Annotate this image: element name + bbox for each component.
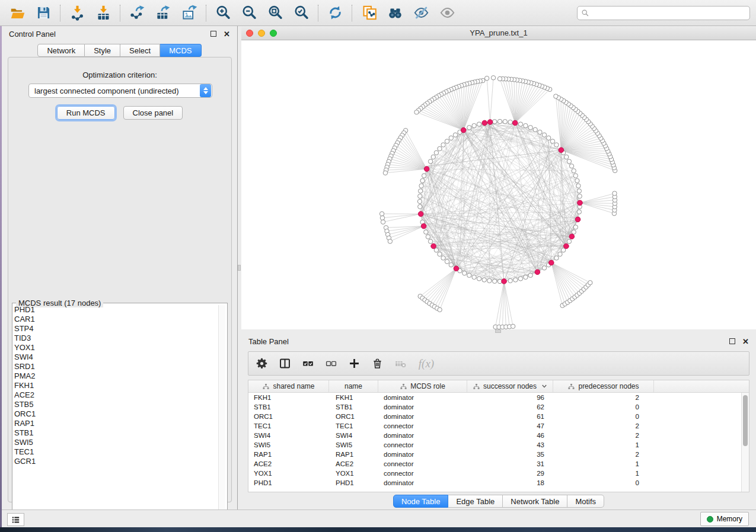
graph-mcds-node[interactable] [564,243,569,249]
graph-ring-node[interactable] [445,139,449,143]
table-cell[interactable]: connector [378,421,467,431]
graph-ring-node[interactable] [533,127,537,132]
table-cell[interactable]: 0 [553,402,646,412]
graph-ring-node[interactable] [528,273,532,277]
table-row[interactable]: ACE2ACE2connector311 [248,459,741,469]
table-cell[interactable]: 2 [553,431,646,440]
table-body[interactable]: FKH1FKH1dominator962STB1STB1dominator620… [248,393,741,492]
graph-ring-node[interactable] [538,130,542,134]
graph-ring-node[interactable] [573,174,578,178]
memory-button[interactable]: Memory [700,512,749,526]
float-panel-icon[interactable] [210,31,216,37]
table-cell[interactable]: FKH1 [248,393,329,402]
graph-ring-node[interactable] [508,120,512,124]
network-window-titlebar[interactable]: YPA_prune.txt_1 [241,26,756,40]
export-network-button[interactable] [126,3,148,23]
table-cell[interactable]: connector [378,459,467,469]
column-header-MCDS-role[interactable]: MCDS role [378,380,467,392]
graph-leaf-node[interactable] [388,239,392,243]
graph-ring-node[interactable] [542,266,546,270]
table-row[interactable]: PHD1PHD1dominator180 [248,478,741,488]
graph-ring-node[interactable] [558,252,562,256]
table-cell[interactable]: connector [378,469,467,478]
table-cell[interactable]: 1 [553,469,646,478]
network-graph[interactable] [241,40,756,329]
graph-ring-node[interactable] [472,275,476,279]
mcds-result-item[interactable]: SWI5 [14,438,218,447]
table-cell[interactable]: ACE2 [329,459,378,469]
tab-network[interactable]: Network [37,44,85,57]
graph-ring-node[interactable] [554,143,559,147]
graph-ring-node[interactable] [492,120,496,124]
graph-mcds-node[interactable] [548,260,554,265]
add-row-button[interactable] [347,357,361,371]
tab-network-table[interactable]: Network Table [503,495,567,508]
tab-node-table[interactable]: Node Table [393,495,449,508]
table-cell[interactable]: SWI4 [329,431,378,440]
table-row[interactable]: RAP1RAP1dominator352 [248,450,741,459]
graph-ring-node[interactable] [518,122,522,126]
table-cell[interactable]: 0 [553,412,646,421]
graph-mcds-node[interactable] [578,200,583,206]
delete-row-button[interactable] [370,357,384,371]
graph-ring-node[interactable] [577,210,581,214]
graph-leaf-node[interactable] [438,307,442,312]
table-row[interactable]: STB1STB1dominator620 [248,402,741,412]
graph-ring-node[interactable] [449,136,453,140]
scrollbar-thumb[interactable] [743,395,748,446]
mcds-result-item[interactable]: RAP1 [14,419,218,428]
table-cell[interactable]: ACE2 [248,459,329,469]
table-cell[interactable]: RAP1 [329,450,378,459]
open-folder-button[interactable] [6,3,28,23]
export-table-button[interactable] [152,3,174,23]
table-cell[interactable]: dominator [378,478,467,488]
column-header-name[interactable]: name [329,380,378,392]
mcds-result-item[interactable]: PHD1 [14,305,218,315]
column-header-successor-nodes[interactable]: successor nodes [467,380,553,392]
table-cell[interactable]: 61 [467,412,553,421]
table-cell[interactable]: dominator [378,431,467,440]
table-cell[interactable]: 0 [553,478,646,488]
close-panel-icon[interactable]: ✕ [742,338,749,345]
graph-ring-node[interactable] [508,278,512,283]
refresh-button[interactable] [324,3,346,23]
graph-leaf-node[interactable] [554,94,558,98]
save-button[interactable] [32,3,55,23]
table-cell[interactable]: 1 [553,440,646,450]
graph-leaf-node[interactable] [379,211,384,216]
mcds-result-item[interactable]: STB1 [14,428,218,438]
graph-ring-node[interactable] [576,184,580,188]
table-cell[interactable]: 2 [553,421,646,431]
table-cell[interactable]: 96 [467,393,553,402]
graph-leaf-node[interactable] [491,76,495,80]
graph-ring-node[interactable] [449,262,453,267]
tab-mcds[interactable]: MCDS [160,44,201,57]
table-cell[interactable]: YOX1 [248,469,329,478]
graph-ring-node[interactable] [518,277,522,281]
table-cell[interactable]: 18 [467,478,553,488]
column-header-predecessor-nodes[interactable]: predecessor nodes [553,380,654,392]
mcds-result-item[interactable]: PMA2 [14,371,218,381]
select-all-button[interactable] [301,357,315,371]
graph-ring-node[interactable] [567,159,571,164]
graph-ring-node[interactable] [453,133,457,137]
table-cell[interactable]: 29 [467,469,553,478]
toggle-columns-button[interactable] [277,357,292,371]
table-cell[interactable]: 35 [467,450,553,459]
table-row[interactable]: YOX1YOX1connector291 [248,469,741,478]
table-row[interactable]: SWI4SWI4dominator462 [248,431,741,440]
graph-ring-node[interactable] [569,164,573,168]
table-cell[interactable]: SWI4 [248,431,329,440]
graph-ring-node[interactable] [482,278,486,282]
graph-ring-node[interactable] [524,275,528,279]
graph-ring-node[interactable] [418,204,422,209]
table-cell[interactable]: TEC1 [329,421,378,431]
graph-leaf-node[interactable] [613,191,617,196]
graph-mcds-node[interactable] [421,223,426,229]
graph-leaf-node[interactable] [497,76,502,81]
graph-ring-node[interactable] [477,277,481,281]
settings-gear-button[interactable] [254,357,269,371]
graph-ring-node[interactable] [418,194,422,198]
zoom-in-button[interactable] [212,3,234,23]
graph-ring-node[interactable] [445,259,449,264]
